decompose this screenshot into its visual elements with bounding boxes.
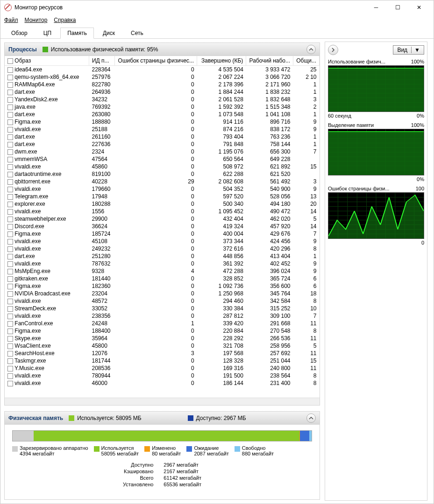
table-row[interactable]: vivaldi.exe460000186 144231 4008 [5,379,320,387]
table-row[interactable]: vivaldi.exe1796600504 352540 9009 [5,185,320,193]
table-row[interactable]: Telegram.exe179480597 520528 05613 [5,193,320,200]
table-row[interactable]: Taskmgr.exe1817440128 328251 04415 [5,357,320,364]
table-row[interactable]: gitkraken.exe1814400328 852365 7246 [5,275,320,282]
table-row[interactable]: vmmemWSA475640650 564649 228 [5,155,320,163]
row-checkbox[interactable] [7,246,13,252]
row-checkbox[interactable] [7,134,13,140]
table-row[interactable]: dart.exe26308001 073 5481 041 1081 [5,111,320,118]
table-row[interactable]: Figma.exe1857240400 004429 6767 [5,230,320,238]
row-checkbox[interactable] [7,276,13,282]
row-checkbox[interactable] [7,67,13,73]
table-row[interactable]: vivaldi.exe458600508 972621 89215 [5,163,320,170]
row-checkbox[interactable] [7,299,13,304]
row-checkbox[interactable] [7,329,13,334]
table-row[interactable]: idea64.exe22836404 535 5043 933 47225 [5,66,320,74]
table-row[interactable]: dart.exe2512800448 856413 4041 [5,252,320,260]
table-row[interactable]: Discord.exe366240419 324457 92014 [5,223,320,230]
table-row[interactable]: vivaldi.exe451080373 344424 4569 [5,238,320,245]
table-row[interactable]: StreamDeck.exe330520330 384315 25210 [5,305,320,312]
table-row[interactable]: WsaClient.exe458000321 708258 9565 [5,342,320,350]
close-button[interactable]: ✕ [408,0,430,14]
menu-file[interactable]: Файл [4,17,18,23]
row-checkbox[interactable] [7,269,13,274]
row-checkbox[interactable] [7,373,13,379]
table-row[interactable]: dartaotruntime.exe8191000622 288621 520 [5,170,320,178]
table-row[interactable]: Figma.exe1884000220 884270 5488 [5,327,320,335]
menu-help[interactable]: Справка [54,17,76,23]
table-row[interactable]: dart.exe2611600793 404763 2361 [5,133,320,140]
tab-disk[interactable]: Диск [96,28,122,39]
table-row[interactable]: qemu-system-x86_64.exe25797602 067 2243 … [5,73,320,81]
row-checkbox[interactable] [7,157,13,162]
table-row[interactable]: java.exe76939201 592 3921 515 3482 [5,103,320,111]
row-checkbox[interactable] [7,381,13,386]
table-row[interactable]: MsMpEng.exe93284472 288396 0249 [5,267,320,275]
row-checkbox[interactable] [7,112,13,118]
row-checkbox[interactable] [7,142,13,147]
table-row[interactable]: FanControl.exe242481339 420291 66811 [5,320,320,327]
row-checkbox[interactable] [7,314,13,319]
table-row[interactable]: explorer.exe1802880500 340494 18020 [5,200,320,208]
table-row[interactable]: SearchHost.exe120763197 568257 69211 [5,350,320,357]
row-checkbox[interactable] [7,119,13,125]
row-checkbox[interactable] [7,321,13,327]
row-checkbox[interactable] [7,291,13,297]
graphs-nav-button[interactable] [328,45,338,55]
table-row[interactable]: vivaldi.exe7876320361 392402 4529 [5,260,320,267]
row-checkbox[interactable] [7,366,13,371]
row-checkbox[interactable] [7,231,13,237]
row-checkbox[interactable] [7,90,13,95]
tab-cpu[interactable]: ЦП [36,28,59,39]
collapse-processes-button[interactable] [306,45,316,54]
table-row[interactable]: Figma.exe1888800914 116896 7169 [5,118,320,126]
table-row[interactable]: vivaldi.exe2492320372 616420 2968 [5,245,320,252]
row-checkbox[interactable] [7,179,13,185]
row-checkbox[interactable] [7,336,13,342]
horizontal-scrollbar[interactable] [5,398,320,405]
row-checkbox[interactable] [7,172,13,177]
table-row[interactable]: vivaldi.exe485720294 460342 5848 [5,297,320,305]
row-checkbox[interactable] [7,261,13,267]
processes-table[interactable]: Образ ИД п... Ошибок страницы физичес...… [5,56,320,387]
row-checkbox[interactable] [7,224,13,230]
menu-monitor[interactable]: Монитор [25,17,48,23]
table-row[interactable]: YandexDisk2.exe3423202 061 5281 832 6483 [5,96,320,103]
table-row[interactable]: vivaldi.exe2383560287 812309 1007 [5,312,320,320]
table-row[interactable]: vivaldi.exe251880874 216838 1729 [5,126,320,133]
row-checkbox[interactable] [7,254,13,259]
table-row[interactable]: dart.exe2276360791 848758 1441 [5,140,320,148]
table-row[interactable]: vivaldi.exe7809440191 500238 5648 [5,372,320,379]
row-checkbox[interactable] [7,127,13,133]
view-dropdown[interactable]: Вид▼ [393,45,424,55]
row-checkbox[interactable] [7,149,13,155]
row-checkbox[interactable] [7,194,13,200]
row-checkbox[interactable] [7,306,13,312]
row-checkbox[interactable] [7,105,13,110]
select-all-checkbox[interactable] [7,58,13,64]
table-row[interactable]: dwm.exe232401 195 076656 3007 [5,148,320,155]
table-row[interactable]: RAMMap64.exe82278002 178 3962 171 9601 [5,81,320,88]
row-checkbox[interactable] [7,217,13,222]
tab-memory[interactable]: Память [60,28,94,39]
row-checkbox[interactable] [7,75,13,80]
maximize-button[interactable]: ☐ [387,0,408,14]
row-checkbox[interactable] [7,202,13,207]
table-row[interactable]: steamwebhelper.exe299000432 404462 0205 [5,215,320,223]
row-checkbox[interactable] [7,343,13,349]
collapse-physmem-button[interactable] [306,413,316,423]
table-row[interactable]: Skype.exe359640228 292266 53611 [5,335,320,342]
row-checkbox[interactable] [7,209,13,215]
row-checkbox[interactable] [7,351,13,357]
minimize-button[interactable]: ─ [365,0,387,14]
tab-overview[interactable]: Обзор [4,28,35,39]
row-checkbox[interactable] [7,97,13,103]
table-row[interactable]: Y.Music.exe2085360169 316240 80011 [5,364,320,372]
row-checkbox[interactable] [7,284,13,289]
row-checkbox[interactable] [7,164,13,170]
row-checkbox[interactable] [7,82,13,88]
table-row[interactable]: dart.exe26493601 884 2441 838 2321 [5,88,320,96]
table-row[interactable]: vivaldi.exe155601 095 452490 47214 [5,208,320,215]
row-checkbox[interactable] [7,239,13,245]
row-checkbox[interactable] [7,358,13,364]
table-row[interactable]: qbittorrent.exe40228292 082 608561 4923 [5,178,320,185]
